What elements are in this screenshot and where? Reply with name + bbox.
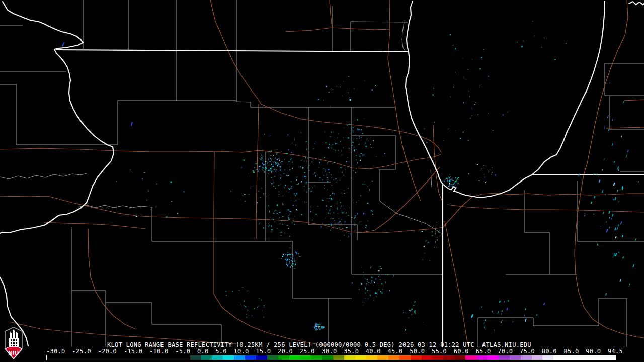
scale-label: 0.0	[197, 348, 209, 355]
radar-map	[0, 0, 644, 349]
scale-label: -10.0	[149, 348, 169, 355]
scale-label: 40.0	[366, 348, 381, 355]
scale-label: 45.0	[388, 348, 403, 355]
colorbar-scale-labels: -30.0-25.0-20.0-15.0-10.0-5.00.05.010.01…	[46, 348, 623, 355]
scale-label: 25.0	[300, 348, 315, 355]
radar-viewer-screen: NIU KLOT LONG RANGE BASE REFLECTIVITY (0…	[0, 0, 644, 362]
scale-label: 94.5	[608, 348, 623, 355]
scale-label: 90.0	[586, 348, 601, 355]
scale-label: 70.0	[498, 348, 513, 355]
scale-label: 60.0	[454, 348, 469, 355]
scale-label: 35.0	[344, 348, 359, 355]
scale-label: 85.0	[564, 348, 579, 355]
scale-label: 55.0	[432, 348, 447, 355]
scale-label: 75.0	[520, 348, 535, 355]
product-title: KLOT LONG RANGE BASE REFLECTIVITY (0.25K…	[107, 341, 531, 348]
scale-label: -20.0	[98, 348, 117, 355]
scale-label: 80.0	[542, 348, 557, 355]
scale-label: -25.0	[72, 348, 91, 355]
reflectivity-colorbar	[46, 355, 616, 360]
scale-label: 30.0	[321, 348, 337, 355]
scale-label: -5.0	[175, 348, 190, 355]
scale-label: -15.0	[124, 348, 143, 355]
niu-logo-text: NIU	[8, 350, 19, 356]
niu-logo: NIU	[4, 327, 24, 360]
scale-label: 65.0	[475, 348, 491, 355]
scale-label: 50.0	[410, 348, 425, 355]
scale-label: 15.0	[256, 348, 271, 355]
scale-label: 10.0	[233, 348, 249, 355]
scale-label: -30.0	[46, 348, 65, 355]
scale-label: 20.0	[278, 348, 293, 355]
scale-label: 5.0	[215, 348, 227, 355]
